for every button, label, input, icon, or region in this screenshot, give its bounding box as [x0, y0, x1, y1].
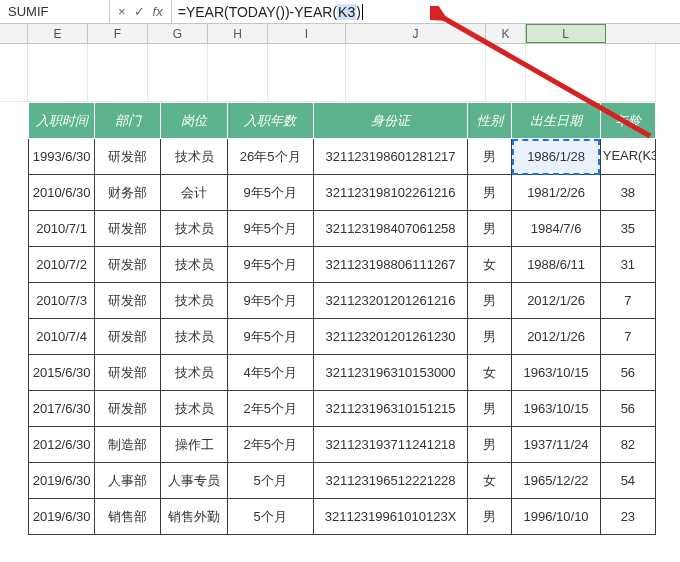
cell-dob[interactable]: 1965/12/22: [512, 463, 600, 499]
cell-dob[interactable]: 1937/11/24: [512, 427, 600, 463]
cell-hire[interactable]: 2010/7/4: [29, 319, 95, 355]
cell-age[interactable]: 56: [600, 355, 655, 391]
cell-age[interactable]: 82: [600, 427, 655, 463]
th-dob[interactable]: 出生日期: [512, 103, 600, 139]
cell-hire[interactable]: 2010/7/1: [29, 211, 95, 247]
th-tenure[interactable]: 入职年数: [227, 103, 313, 139]
cell-id[interactable]: 321123193711241218: [313, 427, 468, 463]
th-hire[interactable]: 入职时间: [29, 103, 95, 139]
cell-tenure[interactable]: 9年5个月: [227, 283, 313, 319]
cell-dob[interactable]: 1981/2/26: [512, 175, 600, 211]
cell-job[interactable]: 技术员: [161, 283, 227, 319]
col-head-G[interactable]: G: [148, 24, 208, 43]
cell-dob[interactable]: 1963/10/15: [512, 355, 600, 391]
cell-age[interactable]: 38: [600, 175, 655, 211]
cell-sex[interactable]: 男: [468, 499, 512, 535]
cell-hire[interactable]: 2019/6/30: [29, 463, 95, 499]
cell-id[interactable]: 321123198407061258: [313, 211, 468, 247]
blank-grid-area[interactable]: [0, 44, 680, 102]
cell-id[interactable]: 32112319961010123X: [313, 499, 468, 535]
cell-sex[interactable]: 女: [468, 247, 512, 283]
cell-dept[interactable]: 制造部: [95, 427, 161, 463]
cell-job[interactable]: 人事专员: [161, 463, 227, 499]
cell-dept[interactable]: 研发部: [95, 355, 161, 391]
cell-dob[interactable]: 1963/10/15: [512, 391, 600, 427]
col-head-K[interactable]: K: [486, 24, 526, 43]
col-head-E[interactable]: E: [28, 24, 88, 43]
cell-job[interactable]: 会计: [161, 175, 227, 211]
cell-dob[interactable]: 2012/1/26: [512, 319, 600, 355]
cell-job[interactable]: 销售外勤: [161, 499, 227, 535]
cell-tenure[interactable]: 9年5个月: [227, 247, 313, 283]
cell-sex[interactable]: 男: [468, 211, 512, 247]
formula-input[interactable]: =YEAR(TODAY())-YEAR(K3): [172, 0, 680, 23]
cell-sex[interactable]: 男: [468, 139, 512, 175]
cell-dept[interactable]: 财务部: [95, 175, 161, 211]
cell-job[interactable]: 技术员: [161, 247, 227, 283]
col-head-blank[interactable]: [0, 24, 28, 43]
cell-tenure[interactable]: 26年5个月: [227, 139, 313, 175]
th-dept[interactable]: 部门: [95, 103, 161, 139]
cell-age[interactable]: 35: [600, 211, 655, 247]
cell-job[interactable]: 技术员: [161, 211, 227, 247]
cell-id[interactable]: 321123198806111267: [313, 247, 468, 283]
cell-age[interactable]: 31: [600, 247, 655, 283]
col-head-J[interactable]: J: [346, 24, 486, 43]
cell-hire[interactable]: 2010/7/3: [29, 283, 95, 319]
cell-dept[interactable]: 销售部: [95, 499, 161, 535]
cell-hire[interactable]: 2010/7/2: [29, 247, 95, 283]
cell-dob[interactable]: 1986/1/28: [512, 139, 600, 175]
cell-dob[interactable]: 1988/6/11: [512, 247, 600, 283]
th-age[interactable]: 年龄: [600, 103, 655, 139]
col-head-F[interactable]: F: [88, 24, 148, 43]
cell-sex[interactable]: 男: [468, 319, 512, 355]
col-head-I[interactable]: I: [268, 24, 346, 43]
cell-id[interactable]: 321123201201261230: [313, 319, 468, 355]
cell-hire[interactable]: 2015/6/30: [29, 355, 95, 391]
fx-icon[interactable]: fx: [153, 4, 163, 19]
col-head-L[interactable]: L: [526, 24, 606, 43]
cell-id[interactable]: 321123196310151215: [313, 391, 468, 427]
cell-job[interactable]: 操作工: [161, 427, 227, 463]
cell-tenure[interactable]: 4年5个月: [227, 355, 313, 391]
col-head-H[interactable]: H: [208, 24, 268, 43]
cell-age[interactable]: 7: [600, 319, 655, 355]
cell-tenure[interactable]: 2年5个月: [227, 427, 313, 463]
cell-sex[interactable]: 女: [468, 463, 512, 499]
cell-age[interactable]: YEAR(K3): [600, 139, 655, 175]
cell-job[interactable]: 技术员: [161, 355, 227, 391]
cell-id[interactable]: 321123196310153000: [313, 355, 468, 391]
cell-sex[interactable]: 女: [468, 355, 512, 391]
cell-id[interactable]: 321123196512221228: [313, 463, 468, 499]
cell-hire[interactable]: 2019/6/30: [29, 499, 95, 535]
cell-id[interactable]: 321123198102261216: [313, 175, 468, 211]
th-id[interactable]: 身份证: [313, 103, 468, 139]
cell-id[interactable]: 321123201201261216: [313, 283, 468, 319]
cell-dob[interactable]: 2012/1/26: [512, 283, 600, 319]
cell-age[interactable]: 56: [600, 391, 655, 427]
cell-id[interactable]: 321123198601281217: [313, 139, 468, 175]
cell-dept[interactable]: 研发部: [95, 319, 161, 355]
cell-dept[interactable]: 人事部: [95, 463, 161, 499]
cell-sex[interactable]: 男: [468, 283, 512, 319]
th-job[interactable]: 岗位: [161, 103, 227, 139]
cell-dept[interactable]: 研发部: [95, 247, 161, 283]
cell-sex[interactable]: 男: [468, 175, 512, 211]
th-sex[interactable]: 性别: [468, 103, 512, 139]
cell-dept[interactable]: 研发部: [95, 283, 161, 319]
cell-hire[interactable]: 1993/6/30: [29, 139, 95, 175]
cancel-icon[interactable]: ×: [118, 4, 126, 19]
cell-dept[interactable]: 研发部: [95, 391, 161, 427]
cell-hire[interactable]: 2017/6/30: [29, 391, 95, 427]
cell-sex[interactable]: 男: [468, 391, 512, 427]
cell-age[interactable]: 54: [600, 463, 655, 499]
cell-tenure[interactable]: 2年5个月: [227, 391, 313, 427]
cell-age[interactable]: 7: [600, 283, 655, 319]
cell-tenure[interactable]: 9年5个月: [227, 319, 313, 355]
confirm-icon[interactable]: ✓: [134, 4, 145, 19]
cell-hire[interactable]: 2010/6/30: [29, 175, 95, 211]
cell-tenure[interactable]: 5个月: [227, 499, 313, 535]
cell-dob[interactable]: 1996/10/10: [512, 499, 600, 535]
cell-dob[interactable]: 1984/7/6: [512, 211, 600, 247]
cell-tenure[interactable]: 9年5个月: [227, 175, 313, 211]
